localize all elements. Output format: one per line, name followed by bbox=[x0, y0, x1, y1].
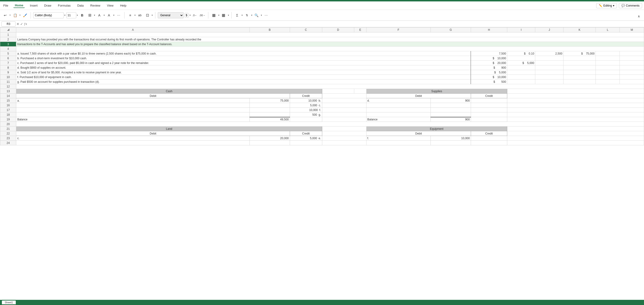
row-num-16[interactable]: 16 bbox=[0, 103, 16, 108]
row-num-11[interactable]: 11 bbox=[0, 79, 16, 84]
menu-formulas[interactable]: Formulas bbox=[56, 3, 72, 8]
col-header-c[interactable]: C bbox=[290, 27, 322, 32]
cell-k6[interactable] bbox=[564, 56, 596, 61]
cell-m8[interactable] bbox=[620, 65, 644, 70]
row-num-5[interactable]: 5 bbox=[0, 51, 16, 56]
cash-credit-row2[interactable]: 5,000 c. bbox=[290, 103, 322, 108]
cell-k8[interactable] bbox=[564, 65, 596, 70]
ribbon-more-button[interactable]: ··· bbox=[263, 12, 270, 18]
cash-debit-empty-18b[interactable] bbox=[250, 112, 290, 117]
row-num-24[interactable]: 24 bbox=[0, 141, 16, 145]
supplies-balance-label[interactable]: Balance bbox=[366, 117, 431, 122]
cell-i8[interactable] bbox=[507, 65, 535, 70]
col-header-a[interactable]: A bbox=[16, 27, 250, 32]
cell-i10[interactable] bbox=[507, 75, 535, 79]
font-size-chevron[interactable]: ▾ bbox=[77, 14, 78, 16]
cell-j11[interactable] bbox=[535, 79, 564, 84]
cell-i24[interactable] bbox=[507, 141, 644, 145]
cash-balance-value[interactable]: 49,500 bbox=[250, 117, 290, 122]
equip-debit-label-f[interactable]: f. bbox=[366, 136, 431, 141]
cell-h10[interactable]: $ 10,000 bbox=[471, 75, 507, 79]
cell-a8[interactable]: d. Bought $900 of supplies on account. bbox=[16, 65, 471, 70]
cash-debit-empty-16b[interactable] bbox=[250, 103, 290, 108]
cell-l10[interactable] bbox=[596, 75, 620, 79]
supplies-balance-credit-empty[interactable] bbox=[471, 117, 507, 122]
cell-i11[interactable] bbox=[507, 79, 535, 84]
menu-data[interactable]: Data bbox=[76, 3, 85, 8]
increase-decimal-button[interactable]: .00→ bbox=[199, 12, 206, 18]
equip-credit-empty[interactable] bbox=[471, 136, 507, 141]
font-size-input[interactable] bbox=[66, 12, 76, 18]
cell-k7[interactable] bbox=[564, 61, 596, 65]
table-button[interactable]: ▦ bbox=[211, 12, 217, 18]
cell-a1[interactable] bbox=[16, 32, 644, 37]
borders-chevron[interactable]: ▾ bbox=[94, 14, 95, 16]
cell-i17[interactable] bbox=[507, 108, 644, 112]
font-family-chevron[interactable]: ▾ bbox=[64, 14, 66, 16]
table-chevron[interactable]: ▾ bbox=[218, 14, 219, 16]
sum-button[interactable]: Σ bbox=[234, 12, 240, 18]
row-num-8[interactable]: 8 bbox=[0, 65, 16, 70]
cell-d24[interactable] bbox=[322, 141, 366, 145]
cell-k9[interactable] bbox=[564, 70, 596, 75]
wrap-text-button[interactable]: ab bbox=[136, 12, 143, 18]
cell-m11[interactable] bbox=[620, 79, 644, 84]
cell-k10[interactable] bbox=[564, 75, 596, 79]
menu-file[interactable]: File bbox=[2, 3, 10, 8]
cell-a2[interactable]: Lantana Company has provided you with th… bbox=[16, 37, 644, 42]
number-format-select[interactable]: General Number Currency Percentage bbox=[158, 12, 184, 18]
format-painter-button[interactable]: 🖌️ bbox=[22, 12, 28, 18]
menu-help[interactable]: Help bbox=[119, 3, 128, 8]
cell-a10[interactable]: f. Purchased $10,000 of equipment in cas… bbox=[16, 75, 471, 79]
cell-d15[interactable] bbox=[322, 98, 366, 103]
land-credit-empty-24[interactable] bbox=[290, 141, 322, 145]
cell-reference-input[interactable] bbox=[2, 21, 16, 26]
find-button[interactable]: 🔍 bbox=[253, 12, 260, 18]
clipboard-chevron[interactable]: ▾ bbox=[19, 14, 21, 17]
cash-balance-label[interactable]: Balance bbox=[16, 117, 250, 122]
cell-d23[interactable] bbox=[322, 136, 366, 141]
supplies-credit-empty-17[interactable] bbox=[471, 108, 507, 112]
col-header-d[interactable]: D bbox=[322, 27, 354, 32]
cell-a20[interactable] bbox=[16, 122, 644, 126]
cell-e13[interactable] bbox=[354, 89, 366, 94]
supplies-debit-empty-18b[interactable] bbox=[431, 112, 471, 117]
col-header-i[interactable]: I bbox=[507, 27, 535, 32]
clipboard-button[interactable]: 📋 bbox=[12, 12, 18, 18]
cash-credit-row4[interactable]: 500 g. bbox=[290, 112, 322, 117]
supplies-credit-row1[interactable] bbox=[471, 98, 507, 103]
cash-credit-row1[interactable]: 10,000 b. bbox=[290, 98, 322, 103]
cell-d16[interactable] bbox=[322, 103, 366, 108]
row-num-22[interactable]: 22 bbox=[0, 131, 16, 136]
cell-d17[interactable] bbox=[322, 108, 366, 112]
fill-color-button[interactable]: A bbox=[96, 12, 103, 18]
row-num-15[interactable]: 15 bbox=[0, 98, 16, 103]
row-num-2[interactable]: 2 bbox=[0, 37, 16, 42]
row-num-1[interactable]: 1 bbox=[0, 32, 16, 37]
cell-a6[interactable]: b. Purchased a short-term investment for… bbox=[16, 56, 471, 61]
row-num-17[interactable]: 17 bbox=[0, 108, 16, 112]
font-more-button[interactable]: ··· bbox=[115, 12, 122, 18]
cell-j9[interactable] bbox=[535, 70, 564, 75]
font-color-chevron[interactable]: ▾ bbox=[113, 14, 114, 16]
cell-i19[interactable] bbox=[507, 117, 644, 122]
menu-home[interactable]: Home bbox=[14, 3, 25, 8]
cash-debit-empty-16a[interactable] bbox=[16, 103, 250, 108]
cash-credit-row3[interactable]: 10,000 f. bbox=[290, 108, 322, 112]
cell-d13-e[interactable] bbox=[322, 89, 354, 94]
col-header-j[interactable]: J bbox=[535, 27, 564, 32]
cell-d14[interactable] bbox=[322, 94, 366, 98]
cell-h9[interactable]: $ 5,000 bbox=[471, 70, 507, 75]
supplies-credit-empty-16[interactable] bbox=[471, 103, 507, 108]
land-debit-empty-24a[interactable] bbox=[16, 141, 250, 145]
land-debit-label-c[interactable]: c. bbox=[16, 136, 250, 141]
cell-i5[interactable]: $ 0.10 bbox=[507, 51, 535, 56]
spreadsheet-area[interactable]: A B C D E F G H I J K L M 1 bbox=[0, 27, 644, 300]
cell-d21[interactable] bbox=[322, 126, 366, 131]
row-num-7[interactable]: 7 bbox=[0, 61, 16, 65]
borders-button[interactable]: ⊞ bbox=[86, 12, 93, 18]
supplies-debit-label-d[interactable]: d. bbox=[366, 98, 431, 103]
col-header-e[interactable]: E bbox=[354, 27, 366, 32]
equip-debit-value-f[interactable]: 10,000 bbox=[431, 136, 471, 141]
cell-l8[interactable] bbox=[596, 65, 620, 70]
